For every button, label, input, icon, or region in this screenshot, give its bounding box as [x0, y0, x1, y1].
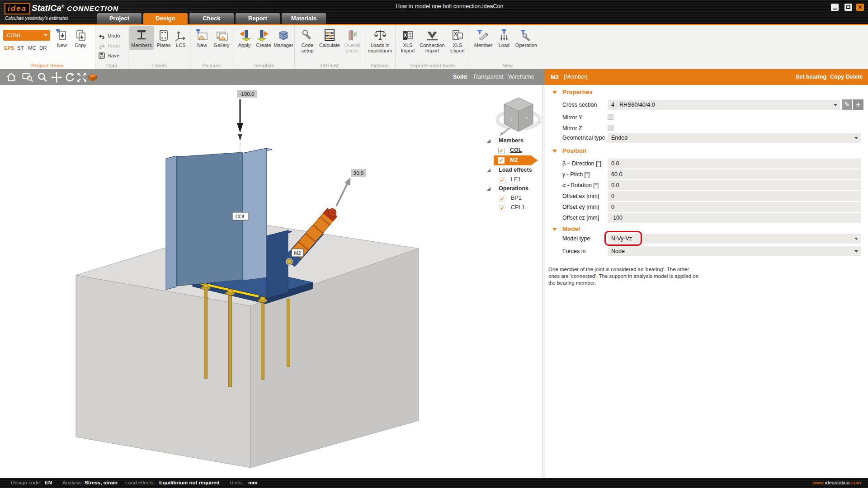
view-mode-solid[interactable]: Solid [453, 69, 467, 85]
tree-item-col[interactable]: COL [510, 147, 522, 153]
undo-button[interactable]: Undo [99, 32, 120, 40]
connection-import-button[interactable]: Connection Import [418, 28, 446, 53]
gallery-button[interactable]: Gallery [212, 28, 231, 48]
add-cross-section-button[interactable]: + [853, 99, 863, 110]
section-position-header[interactable]: Position [562, 147, 586, 154]
beta-direction-input[interactable]: 0.0 [608, 159, 861, 169]
website-link[interactable]: www.ideastatica.com [812, 480, 861, 485]
fit-arrows-icon [76, 72, 87, 83]
view-st-button[interactable]: ST [17, 45, 24, 51]
alpha-rotation-input[interactable]: 0.0 [608, 180, 861, 190]
new-load-button[interactable]: Load [495, 28, 513, 48]
offset-ez-input[interactable]: -100 [608, 213, 861, 223]
xls-export-button[interactable]: X XLS Export [447, 28, 468, 53]
expander-members-icon[interactable] [487, 139, 491, 143]
tab-check[interactable]: Check [189, 13, 234, 24]
checkbox-cpl1[interactable]: ✓ [499, 205, 505, 211]
tree-item-le1[interactable]: LE1 [511, 176, 521, 183]
loads-in-equilibrium-button[interactable]: Loads in equilibrium [365, 28, 395, 53]
redo-button[interactable]: Redo [99, 42, 120, 50]
3d-viewport-canvas[interactable]: 30.0 -100.0 COL M2 [0, 85, 542, 478]
redo-icon [99, 42, 105, 49]
members-toggle-button[interactable]: Members [129, 26, 154, 50]
delete-member-button[interactable]: Delete [846, 69, 863, 85]
overall-check-button[interactable]: Overall check [341, 28, 363, 53]
view-eps-button[interactable]: EPS [4, 45, 14, 51]
forces-in-select[interactable]: Node [608, 246, 861, 256]
offset-ey-input[interactable]: 0 [608, 202, 861, 212]
plates-toggle-button[interactable]: Plates [155, 28, 173, 48]
set-bearing-button[interactable]: Set bearing [796, 69, 826, 85]
xls-import-button[interactable]: X XLS Import [397, 28, 418, 53]
tab-report[interactable]: Report [236, 13, 280, 24]
gamma-pitch-input[interactable]: 60.0 [608, 169, 861, 179]
connection-item-select[interactable]: CON1 [3, 30, 50, 41]
connection-import-icon [418, 28, 446, 42]
column-label: COL [232, 212, 249, 220]
solid-brick-button[interactable] [87, 72, 98, 83]
save-button[interactable]: Save [99, 52, 119, 60]
column-col[interactable] [166, 148, 272, 290]
cross-section-select[interactable]: 4 - RHS60/40/4.0 [608, 100, 840, 110]
apply-template-button[interactable]: Apply [235, 28, 254, 48]
checkbox-le1[interactable]: ✓ [499, 177, 505, 183]
view-mc-button[interactable]: MC [28, 45, 36, 51]
tree-header-members[interactable]: Members [499, 137, 524, 144]
pan-button[interactable] [51, 72, 62, 83]
rotate-button[interactable] [64, 72, 75, 83]
new-project-item-button[interactable]: New [53, 28, 71, 48]
navigation-cube[interactable]: y z x [494, 92, 545, 139]
geometrical-type-select[interactable]: Ended [608, 133, 861, 143]
design-code-value: EN [45, 480, 52, 485]
new-member-button[interactable]: Member [472, 28, 495, 48]
code-setup-button[interactable]: Code setup [297, 28, 318, 53]
tab-materials[interactable]: Materials [282, 13, 326, 24]
expander-load-effects-icon[interactable] [487, 169, 491, 172]
bearing-note-line3: the bearing member. [548, 280, 596, 286]
tree-item-cpl1[interactable]: CPL1 [511, 204, 525, 211]
section-model-header[interactable]: Model [562, 225, 580, 232]
view-mode-transparent[interactable]: Transparent [473, 69, 503, 85]
tree-item-m2[interactable]: M2 [510, 157, 518, 163]
axes-triad-icon [173, 28, 189, 42]
new-operation-button[interactable]: Operation [514, 28, 539, 48]
view-dr-button[interactable]: DR [39, 45, 47, 51]
zoom-button[interactable] [37, 72, 48, 83]
template-manager-button[interactable]: Manager [273, 28, 294, 48]
load-effects-label: Load effects: [125, 480, 155, 485]
edit-cross-section-button[interactable]: ✎ [842, 99, 852, 110]
copy-project-item-button[interactable]: Copy [71, 28, 90, 48]
zoom-fit-button[interactable] [76, 72, 87, 83]
svg-text:30.0: 30.0 [354, 170, 363, 176]
close-button[interactable]: ✕ [856, 4, 864, 11]
tree-header-operations[interactable]: Operations [499, 185, 528, 192]
zoom-window-button[interactable] [22, 72, 33, 83]
home-view-button[interactable] [6, 72, 17, 83]
tab-project[interactable]: Project [97, 13, 142, 24]
model-type-annotation-highlight [604, 231, 642, 246]
copy-member-button[interactable]: Copy [830, 69, 844, 85]
mirror-y-checkbox[interactable] [608, 114, 613, 120]
tree-item-bp1[interactable]: BP1 [511, 195, 522, 201]
maximize-button[interactable] [844, 4, 852, 11]
checkbox-col[interactable]: ✓ [498, 148, 505, 154]
registered-mark: ® [61, 4, 64, 9]
minimize-button[interactable] [831, 4, 839, 11]
offset-ex-input[interactable]: 0 [608, 191, 861, 201]
section-properties-header[interactable]: Properties [562, 89, 593, 95]
view-mode-wireframe[interactable]: Wireframe [508, 69, 534, 85]
ribbon-group-cbfem: Code setup Calculate Overall check CBFEM [295, 25, 364, 69]
analysis-label: Analysis: [62, 480, 83, 485]
checkbox-m2[interactable]: ✓ [498, 157, 505, 164]
panel-divider[interactable] [542, 85, 545, 478]
model-type-select[interactable]: N-Vy-Vz [608, 234, 861, 244]
lcs-toggle-button[interactable]: LCS [173, 28, 189, 48]
create-template-button[interactable]: Create [254, 28, 273, 48]
new-picture-button[interactable]: New [193, 28, 211, 48]
mirror-z-checkbox[interactable] [608, 125, 613, 131]
tree-header-load-effects[interactable]: Load effects [499, 167, 532, 173]
checkbox-bp1[interactable]: ✓ [499, 196, 505, 202]
calculate-button[interactable]: Calculate [318, 28, 341, 48]
tab-design[interactable]: Design [143, 13, 188, 24]
expander-operations-icon[interactable] [487, 187, 491, 191]
